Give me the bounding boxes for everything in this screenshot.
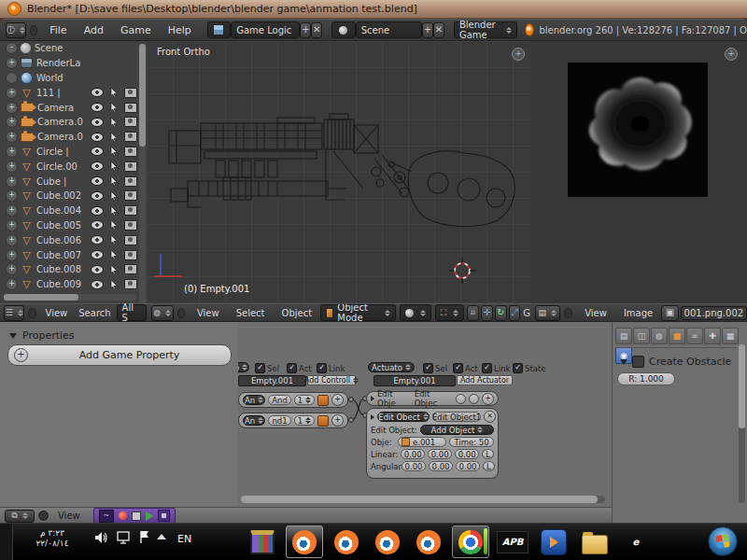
controller-node[interactable]: An And 1 + [238, 392, 348, 408]
menu-view[interactable]: View [189, 308, 228, 318]
properties-tab-icon[interactable] [651, 328, 668, 344]
selectable-cursor-icon[interactable] [109, 102, 119, 113]
expander-icon[interactable]: + [6, 263, 18, 275]
properties-tab-icon[interactable] [633, 328, 650, 344]
linear-x-field[interactable]: 0.00 [401, 449, 425, 459]
taskbar-app-button[interactable] [286, 525, 323, 558]
outliner-item-name[interactable]: Circle | [36, 147, 91, 157]
mode-select[interactable]: Object Mode [320, 304, 396, 321]
renderable-camera-icon[interactable] [124, 264, 137, 274]
controller-object-name[interactable]: Empty.001 [238, 375, 306, 386]
menu-help[interactable]: Help [160, 24, 200, 36]
renderable-camera-icon[interactable] [124, 88, 137, 98]
menu-view[interactable]: View [576, 308, 615, 318]
outliner-row[interactable]: World [0, 71, 147, 86]
menu-select[interactable]: Select [228, 308, 274, 318]
visibility-eye-icon[interactable] [91, 206, 104, 216]
tray-clock[interactable]: ٣:٢٣ م ٢٢/٠٨/١٤ [22, 528, 82, 549]
visibility-eye-icon[interactable] [91, 235, 104, 245]
angular-local-toggle[interactable]: L [483, 461, 495, 471]
panel-collapse-icon[interactable] [620, 359, 627, 365]
selectable-cursor-icon[interactable] [109, 249, 119, 260]
outliner-row[interactable]: - Scene [0, 41, 147, 56]
outliner-row[interactable]: + Cube.004 [0, 203, 147, 218]
region-expand-icon[interactable]: + [512, 48, 525, 61]
action-center-flag-icon[interactable] [138, 529, 151, 545]
add-scene-button[interactable]: + [422, 22, 433, 38]
actuator-node-collapsed[interactable]: Edit Obje Edit Objec + [366, 391, 499, 406]
engine-select[interactable]: Blender Game [454, 21, 517, 38]
pin-button[interactable] [456, 394, 466, 404]
properties-tab-icon[interactable] [704, 328, 721, 344]
visibility-eye-icon[interactable] [91, 220, 104, 230]
actuators-link-toggle[interactable]: Link [482, 363, 510, 373]
manipulator-translate-button[interactable]: ✛ [481, 305, 493, 321]
close-button[interactable]: ✕ [484, 411, 496, 423]
selectable-cursor-icon[interactable] [109, 87, 119, 98]
actuators-state-toggle[interactable]: State [513, 363, 546, 373]
controller-node[interactable]: An nd1 1 + [238, 413, 348, 428]
show-desktop-button[interactable] [0, 524, 13, 560]
expander-icon[interactable]: - [6, 42, 18, 54]
linear-y-field[interactable]: 0.00 [428, 449, 452, 459]
menu-image[interactable]: Image [615, 308, 661, 318]
expander-icon[interactable]: + [6, 204, 18, 217]
add-game-property-button[interactable]: + Add Game Property [7, 344, 232, 366]
state-button[interactable] [469, 394, 479, 404]
tray-expand-arrow[interactable] [157, 534, 166, 539]
scene-select[interactable]: Scene [356, 21, 422, 38]
window-titlebar[interactable]: Blender* [D:\save files\Desktop\blender\… [0, 0, 747, 19]
outliner-row[interactable]: + Cube.009 [0, 277, 147, 292]
expander-icon[interactable]: + [6, 87, 18, 99]
outliner-row[interactable]: + Circle.00 [0, 159, 147, 174]
visibility-eye-icon[interactable] [91, 103, 104, 112]
renderable-camera-icon[interactable] [124, 176, 137, 187]
outliner-row[interactable]: + Camera.0 [0, 115, 147, 130]
controller-state-field[interactable]: 1 [294, 395, 315, 405]
manipulator-scale-button[interactable]: ⤢ [509, 305, 521, 321]
taskbar-app-button[interactable]: APB [495, 526, 530, 557]
pivot-select[interactable]: ⛶ [435, 304, 464, 321]
controller-type-select[interactable]: An [243, 415, 265, 426]
edit-object-mode-select[interactable]: Add Object [420, 425, 494, 435]
outliner-item-name[interactable]: Scene [35, 43, 91, 53]
controller-name-field[interactable]: nd1 [268, 415, 291, 426]
outliner-row[interactable]: + Cube | [0, 174, 147, 189]
renderable-camera-icon[interactable] [124, 117, 137, 127]
expander-icon[interactable]: + [6, 249, 18, 261]
object-picker-field[interactable]: e.001 [398, 437, 446, 447]
selectable-cursor-icon[interactable] [109, 190, 119, 202]
outliner-row[interactable]: + Cube.006 [0, 232, 147, 247]
selectable-cursor-icon[interactable] [109, 279, 119, 290]
selectable-cursor-icon[interactable] [109, 146, 119, 157]
outliner-item-name[interactable]: Camera [37, 103, 91, 113]
taskbar-app-button[interactable] [370, 526, 405, 557]
visibility-eye-icon[interactable] [91, 118, 104, 127]
renderable-camera-icon[interactable] [124, 132, 137, 142]
linear-z-field[interactable]: 0.00 [455, 449, 479, 459]
controller-state-field[interactable]: 1 [294, 415, 315, 426]
panel-collapse-icon[interactable] [9, 333, 17, 339]
outliner-item-name[interactable]: Cube.007 [36, 250, 91, 260]
outliner-item-name[interactable]: Cube.009 [36, 279, 91, 289]
region-expand-icon[interactable]: + [725, 48, 738, 61]
outliner-item-name[interactable]: Cube.004 [36, 205, 91, 216]
mark-button[interactable] [317, 395, 329, 406]
outliner-hscrollbar[interactable] [4, 294, 136, 301]
network-icon[interactable] [116, 530, 133, 545]
delete-layout-button[interactable]: ✕ [311, 22, 322, 38]
actuator-object-name[interactable]: Empty.001 [374, 375, 456, 386]
visibility-eye-icon[interactable] [91, 133, 104, 142]
selectable-cursor-icon[interactable] [109, 117, 119, 128]
collapse-menu-dot[interactable] [177, 308, 185, 318]
expander-icon[interactable]: + [6, 116, 18, 128]
expander-icon[interactable]: + [6, 234, 18, 246]
record-button[interactable] [119, 511, 127, 520]
viewport-3d[interactable]: Front Ortho (0) Empty.001 + [147, 41, 531, 303]
expander-icon[interactable]: + [6, 161, 18, 173]
delete-scene-button[interactable]: ✕ [433, 22, 444, 38]
selectable-cursor-icon[interactable] [109, 205, 119, 217]
expander-icon[interactable]: + [6, 278, 18, 290]
renderable-camera-icon[interactable] [124, 235, 137, 245]
outliner-item-name[interactable]: Camera.0 [37, 132, 91, 142]
